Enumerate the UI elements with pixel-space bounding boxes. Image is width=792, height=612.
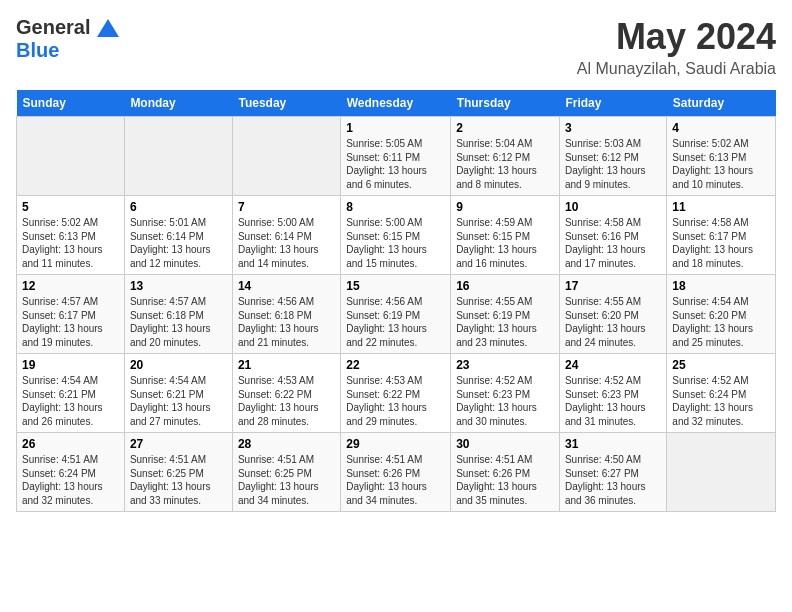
calendar-cell: 19Sunrise: 4:54 AM Sunset: 6:21 PM Dayli… (17, 354, 125, 433)
day-number: 18 (672, 279, 770, 293)
calendar-cell: 22Sunrise: 4:53 AM Sunset: 6:22 PM Dayli… (341, 354, 451, 433)
day-info: Sunrise: 4:54 AM Sunset: 6:21 PM Dayligh… (130, 374, 227, 428)
logo: General Blue (16, 16, 120, 62)
calendar-cell: 9Sunrise: 4:59 AM Sunset: 6:15 PM Daylig… (451, 196, 560, 275)
calendar-cell: 11Sunrise: 4:58 AM Sunset: 6:17 PM Dayli… (667, 196, 776, 275)
day-number: 20 (130, 358, 227, 372)
day-number: 19 (22, 358, 119, 372)
calendar-cell: 4Sunrise: 5:02 AM Sunset: 6:13 PM Daylig… (667, 117, 776, 196)
day-number: 26 (22, 437, 119, 451)
day-info: Sunrise: 4:59 AM Sunset: 6:15 PM Dayligh… (456, 216, 554, 270)
day-info: Sunrise: 5:02 AM Sunset: 6:13 PM Dayligh… (672, 137, 770, 191)
calendar-cell: 16Sunrise: 4:55 AM Sunset: 6:19 PM Dayli… (451, 275, 560, 354)
calendar-cell: 17Sunrise: 4:55 AM Sunset: 6:20 PM Dayli… (559, 275, 666, 354)
day-info: Sunrise: 4:55 AM Sunset: 6:19 PM Dayligh… (456, 295, 554, 349)
day-info: Sunrise: 4:51 AM Sunset: 6:25 PM Dayligh… (238, 453, 335, 507)
calendar-cell: 30Sunrise: 4:51 AM Sunset: 6:26 PM Dayli… (451, 433, 560, 512)
calendar-cell: 27Sunrise: 4:51 AM Sunset: 6:25 PM Dayli… (124, 433, 232, 512)
day-info: Sunrise: 4:56 AM Sunset: 6:19 PM Dayligh… (346, 295, 445, 349)
day-number: 27 (130, 437, 227, 451)
calendar-week-row: 5Sunrise: 5:02 AM Sunset: 6:13 PM Daylig… (17, 196, 776, 275)
calendar-cell: 7Sunrise: 5:00 AM Sunset: 6:14 PM Daylig… (232, 196, 340, 275)
day-number: 9 (456, 200, 554, 214)
day-number: 8 (346, 200, 445, 214)
day-number: 12 (22, 279, 119, 293)
calendar-cell: 1Sunrise: 5:05 AM Sunset: 6:11 PM Daylig… (341, 117, 451, 196)
day-number: 24 (565, 358, 661, 372)
day-info: Sunrise: 5:00 AM Sunset: 6:15 PM Dayligh… (346, 216, 445, 270)
day-info: Sunrise: 5:05 AM Sunset: 6:11 PM Dayligh… (346, 137, 445, 191)
calendar-cell: 14Sunrise: 4:56 AM Sunset: 6:18 PM Dayli… (232, 275, 340, 354)
calendar-week-row: 1Sunrise: 5:05 AM Sunset: 6:11 PM Daylig… (17, 117, 776, 196)
day-info: Sunrise: 4:52 AM Sunset: 6:23 PM Dayligh… (456, 374, 554, 428)
day-info: Sunrise: 5:04 AM Sunset: 6:12 PM Dayligh… (456, 137, 554, 191)
logo-icon (97, 19, 119, 39)
logo-blue: Blue (16, 39, 120, 62)
day-info: Sunrise: 5:01 AM Sunset: 6:14 PM Dayligh… (130, 216, 227, 270)
calendar-cell: 31Sunrise: 4:50 AM Sunset: 6:27 PM Dayli… (559, 433, 666, 512)
calendar-cell: 26Sunrise: 4:51 AM Sunset: 6:24 PM Dayli… (17, 433, 125, 512)
day-number: 14 (238, 279, 335, 293)
calendar-cell (667, 433, 776, 512)
calendar-cell: 23Sunrise: 4:52 AM Sunset: 6:23 PM Dayli… (451, 354, 560, 433)
calendar-cell: 25Sunrise: 4:52 AM Sunset: 6:24 PM Dayli… (667, 354, 776, 433)
day-info: Sunrise: 4:53 AM Sunset: 6:22 PM Dayligh… (346, 374, 445, 428)
day-number: 28 (238, 437, 335, 451)
calendar-cell: 15Sunrise: 4:56 AM Sunset: 6:19 PM Dayli… (341, 275, 451, 354)
day-info: Sunrise: 4:58 AM Sunset: 6:16 PM Dayligh… (565, 216, 661, 270)
day-info: Sunrise: 4:50 AM Sunset: 6:27 PM Dayligh… (565, 453, 661, 507)
day-number: 23 (456, 358, 554, 372)
weekday-header: Monday (124, 90, 232, 117)
day-number: 6 (130, 200, 227, 214)
calendar-cell: 6Sunrise: 5:01 AM Sunset: 6:14 PM Daylig… (124, 196, 232, 275)
day-number: 2 (456, 121, 554, 135)
svg-marker-0 (97, 19, 119, 37)
calendar-cell: 20Sunrise: 4:54 AM Sunset: 6:21 PM Dayli… (124, 354, 232, 433)
calendar-cell: 21Sunrise: 4:53 AM Sunset: 6:22 PM Dayli… (232, 354, 340, 433)
day-info: Sunrise: 5:00 AM Sunset: 6:14 PM Dayligh… (238, 216, 335, 270)
day-number: 30 (456, 437, 554, 451)
day-info: Sunrise: 5:03 AM Sunset: 6:12 PM Dayligh… (565, 137, 661, 191)
calendar-cell: 3Sunrise: 5:03 AM Sunset: 6:12 PM Daylig… (559, 117, 666, 196)
calendar-week-row: 12Sunrise: 4:57 AM Sunset: 6:17 PM Dayli… (17, 275, 776, 354)
calendar-cell: 24Sunrise: 4:52 AM Sunset: 6:23 PM Dayli… (559, 354, 666, 433)
day-number: 25 (672, 358, 770, 372)
calendar-cell (124, 117, 232, 196)
day-number: 17 (565, 279, 661, 293)
calendar-cell: 12Sunrise: 4:57 AM Sunset: 6:17 PM Dayli… (17, 275, 125, 354)
calendar-table: SundayMondayTuesdayWednesdayThursdayFrid… (16, 90, 776, 512)
day-number: 10 (565, 200, 661, 214)
day-number: 15 (346, 279, 445, 293)
title-section: May 2024 Al Munayzilah, Saudi Arabia (577, 16, 776, 78)
calendar-week-row: 19Sunrise: 4:54 AM Sunset: 6:21 PM Dayli… (17, 354, 776, 433)
day-number: 11 (672, 200, 770, 214)
day-info: Sunrise: 4:56 AM Sunset: 6:18 PM Dayligh… (238, 295, 335, 349)
day-number: 29 (346, 437, 445, 451)
weekday-header: Friday (559, 90, 666, 117)
calendar-cell: 8Sunrise: 5:00 AM Sunset: 6:15 PM Daylig… (341, 196, 451, 275)
page-header: General Blue May 2024 Al Munayzilah, Sau… (16, 16, 776, 78)
day-info: Sunrise: 4:57 AM Sunset: 6:17 PM Dayligh… (22, 295, 119, 349)
day-info: Sunrise: 4:58 AM Sunset: 6:17 PM Dayligh… (672, 216, 770, 270)
calendar-cell: 2Sunrise: 5:04 AM Sunset: 6:12 PM Daylig… (451, 117, 560, 196)
subtitle: Al Munayzilah, Saudi Arabia (577, 60, 776, 78)
calendar-cell (232, 117, 340, 196)
day-info: Sunrise: 4:51 AM Sunset: 6:25 PM Dayligh… (130, 453, 227, 507)
day-info: Sunrise: 4:53 AM Sunset: 6:22 PM Dayligh… (238, 374, 335, 428)
day-info: Sunrise: 4:51 AM Sunset: 6:26 PM Dayligh… (346, 453, 445, 507)
weekday-header: Saturday (667, 90, 776, 117)
weekday-header: Wednesday (341, 90, 451, 117)
day-info: Sunrise: 5:02 AM Sunset: 6:13 PM Dayligh… (22, 216, 119, 270)
day-number: 16 (456, 279, 554, 293)
day-info: Sunrise: 4:55 AM Sunset: 6:20 PM Dayligh… (565, 295, 661, 349)
calendar-cell: 10Sunrise: 4:58 AM Sunset: 6:16 PM Dayli… (559, 196, 666, 275)
logo-text: General (16, 16, 120, 39)
calendar-cell: 28Sunrise: 4:51 AM Sunset: 6:25 PM Dayli… (232, 433, 340, 512)
day-info: Sunrise: 4:54 AM Sunset: 6:21 PM Dayligh… (22, 374, 119, 428)
day-info: Sunrise: 4:52 AM Sunset: 6:23 PM Dayligh… (565, 374, 661, 428)
calendar-cell: 5Sunrise: 5:02 AM Sunset: 6:13 PM Daylig… (17, 196, 125, 275)
calendar-cell: 13Sunrise: 4:57 AM Sunset: 6:18 PM Dayli… (124, 275, 232, 354)
main-title: May 2024 (577, 16, 776, 58)
day-info: Sunrise: 4:54 AM Sunset: 6:20 PM Dayligh… (672, 295, 770, 349)
calendar-cell (17, 117, 125, 196)
